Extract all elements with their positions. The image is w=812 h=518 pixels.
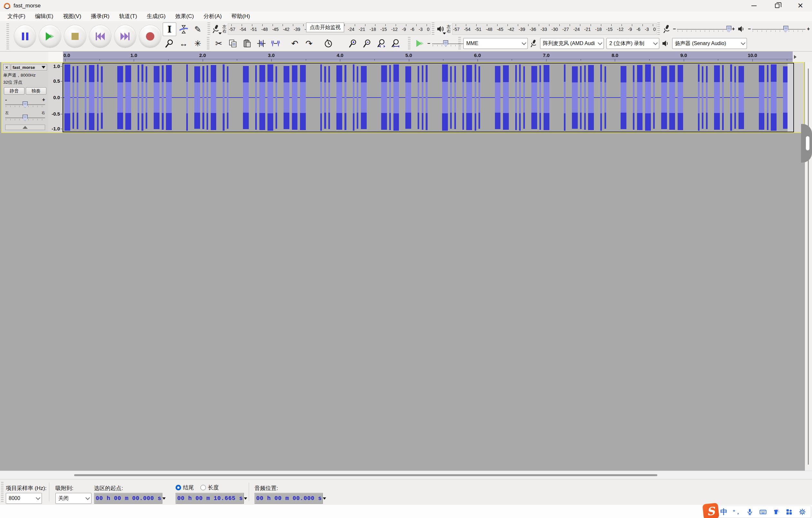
play-button[interactable] (39, 25, 61, 48)
input-device-select[interactable]: 阵列麦克风 (AMD Audio D (540, 38, 604, 49)
meter-tick (621, 24, 622, 26)
menu-item-文件[interactable]: 文件(F) (3, 11, 30, 21)
cut-button[interactable]: ✂ (212, 37, 226, 50)
undo-button[interactable]: ↶ (288, 37, 301, 50)
menu-item-生成[interactable]: 生成(G) (142, 11, 170, 21)
ruler-minor-tick (237, 59, 237, 61)
play-meter-speaker-icon[interactable] (436, 24, 445, 34)
selection-start-field[interactable]: 00 h 00 m 00.000 s (94, 493, 163, 504)
ime-keyboard-button[interactable] (758, 507, 768, 517)
horizontal-scrollbar-thumb[interactable] (74, 474, 657, 476)
toolbar-grip[interactable] (207, 37, 209, 50)
mute-button[interactable]: 静音 (4, 87, 25, 95)
end-radio-label[interactable]: 结尾 (183, 484, 194, 491)
record-meter-mic-icon[interactable] (211, 24, 221, 34)
waveform-bar (259, 65, 265, 130)
trim-audio-button[interactable] (255, 37, 268, 50)
timeline-ruler[interactable]: 0.01.02.03.04.05.06.07.08.09.010.0 (63, 52, 793, 62)
ime-grid-button[interactable] (784, 507, 794, 517)
length-radio-label[interactable]: 长度 (208, 484, 219, 491)
play-at-speed-button[interactable] (413, 37, 427, 50)
waveform-bar (722, 65, 724, 130)
meter-db-label: -12 (391, 27, 398, 32)
fit-project-button[interactable] (388, 37, 402, 50)
solo-button[interactable]: 独奏 (26, 87, 47, 95)
track-collapse-button[interactable] (5, 125, 45, 130)
multi-tool-button[interactable]: ✳ (191, 37, 205, 50)
toolbar-grip[interactable] (408, 37, 410, 50)
fit-selection-button[interactable] (374, 37, 388, 50)
zoom-out-button[interactable] (360, 37, 374, 50)
toolbar-grip[interactable] (458, 37, 461, 50)
meter-db-label: -30 (551, 27, 558, 32)
ime-skin-button[interactable] (772, 507, 781, 517)
ime-chinese-mode-button[interactable]: 中 (719, 507, 729, 517)
snap-to-select[interactable]: 关闭 (55, 493, 91, 504)
envelope-tool-button[interactable] (177, 23, 191, 36)
track-close-button[interactable]: ✕ (3, 64, 10, 70)
toolbar-grip[interactable] (1, 482, 4, 502)
recording-volume-slider[interactable] (677, 25, 730, 33)
track-title-menu[interactable]: fast_morse (11, 64, 47, 70)
toolbar-grip[interactable] (657, 23, 660, 35)
dropdown-arrow-icon[interactable] (323, 493, 326, 504)
minimize-button[interactable] (743, 0, 765, 11)
zoom-in-icon (348, 39, 357, 48)
play-meter-scale[interactable]: -57-54-51-48-45-42-39-36-33-30-27-24-21-… (452, 23, 657, 35)
sync-lock-button[interactable] (322, 37, 335, 50)
audio-host-select[interactable]: MME (463, 38, 528, 49)
ime-punctuation-button[interactable]: °， (732, 507, 742, 517)
zoom-in-button[interactable] (346, 37, 359, 50)
length-radio[interactable] (200, 485, 206, 490)
skip-to-start-button[interactable] (89, 25, 111, 48)
scroll-handle-widget[interactable] (801, 124, 812, 162)
record-button[interactable] (139, 25, 161, 48)
stop-button[interactable] (64, 25, 86, 48)
restore-button[interactable] (765, 0, 789, 11)
menu-item-播录[interactable]: 播录(R) (86, 11, 114, 21)
vertical-scrollbar[interactable] (805, 62, 812, 471)
pause-button[interactable] (14, 25, 36, 48)
menu-item-编辑[interactable]: 编辑(E) (30, 11, 58, 21)
sogou-logo[interactable]: S (702, 503, 720, 518)
ime-settings-gear-icon[interactable] (798, 507, 807, 517)
zoom-tool-button[interactable] (163, 37, 176, 50)
output-device-select[interactable]: 扬声器 (Senary Audio) (672, 38, 747, 49)
ruler-major-tick (340, 59, 340, 61)
end-radio[interactable] (176, 485, 181, 490)
horizontal-scrollbar[interactable] (0, 471, 812, 479)
timeshift-tool-button[interactable]: ↔ (177, 37, 191, 50)
menu-item-效果[interactable]: 效果(C) (170, 11, 199, 21)
dropdown-arrow-icon[interactable] (163, 493, 166, 504)
input-channels-select[interactable]: 2 (立体声) 录制 (606, 38, 659, 49)
chevron-down-icon (737, 40, 744, 47)
menu-item-帮助[interactable]: 帮助(H) (227, 11, 255, 21)
waveform-bar (97, 64, 98, 131)
vertical-scale-ruler[interactable]: 1.00.50.0-0.5-1.0 (48, 63, 62, 132)
draw-tool-button[interactable]: ✎ (191, 23, 205, 36)
toolbar-grip[interactable] (6, 24, 9, 49)
menu-item-视图[interactable]: 视图(V) (58, 11, 86, 21)
waveform-bar (361, 66, 367, 129)
track-pan-slider[interactable]: 左 右 (5, 111, 45, 121)
redo-button[interactable]: ↷ (302, 37, 316, 50)
ime-microphone-button[interactable] (745, 507, 755, 517)
waveform-bar (202, 66, 204, 129)
skip-to-end-button[interactable] (114, 25, 136, 48)
waveform-area[interactable] (62, 63, 794, 132)
selection-end-field[interactable]: 00 h 00 m 10.665 s (176, 493, 244, 504)
toolbar-grip[interactable] (432, 23, 434, 35)
silence-audio-button[interactable] (269, 37, 282, 50)
menu-item-轨道[interactable]: 轨道(T) (114, 11, 142, 21)
selection-tool-button[interactable]: I (163, 23, 176, 36)
playback-volume-slider[interactable] (752, 25, 806, 33)
toolbar-grip[interactable] (207, 23, 210, 35)
copy-button[interactable] (226, 37, 240, 50)
audio-position-field[interactable]: 00 h 00 m 00.000 s (255, 493, 323, 504)
menu-item-分析[interactable]: 分析(A) (199, 11, 227, 21)
dropdown-arrow-icon[interactable] (244, 493, 247, 504)
paste-button[interactable] (240, 37, 254, 50)
track-gain-slider[interactable]: - + (5, 97, 45, 108)
project-rate-select[interactable]: 8000 (6, 493, 42, 504)
close-button[interactable]: ✕ (789, 0, 812, 11)
